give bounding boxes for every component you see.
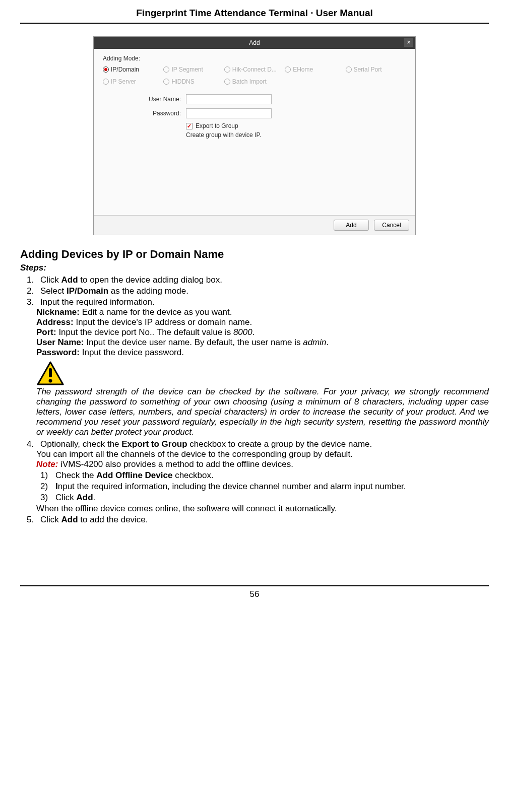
step4-last: When the offline device comes online, th… bbox=[36, 504, 489, 514]
nickname-line: Nickname: Edit a name for the device as … bbox=[36, 307, 489, 317]
num: 3) bbox=[40, 493, 55, 503]
dialog-footer: Add Cancel bbox=[94, 215, 415, 235]
bold: Add bbox=[77, 493, 93, 502]
export-to-group-checkbox[interactable]: ✓ Export to Group bbox=[186, 122, 406, 129]
text: . bbox=[252, 327, 255, 337]
text: to add the device. bbox=[78, 515, 148, 524]
dialog-screenshot: Add × Adding Mode: IP/Domain IP Segment bbox=[20, 36, 489, 235]
section-title: Adding Devices by IP or Domain Name bbox=[20, 248, 489, 261]
bold: Port: bbox=[36, 327, 56, 337]
substep-3: 3)Click Add. bbox=[40, 493, 489, 503]
username-input[interactable] bbox=[186, 94, 272, 104]
password-label: Password: bbox=[131, 110, 186, 117]
bold: IP/Domain bbox=[67, 286, 108, 296]
page-header: Fingerprint Time Attendance Terminal · U… bbox=[20, 0, 489, 24]
radio-label: Hik-Connect D... bbox=[232, 66, 277, 73]
radio-icon bbox=[103, 66, 109, 73]
step-1: Click Add to open the device adding dial… bbox=[36, 275, 489, 285]
adding-mode-radios: IP/Domain IP Segment Hik-Connect D... EH… bbox=[103, 66, 406, 85]
svg-point-2 bbox=[49, 379, 52, 383]
radio-icon bbox=[285, 66, 291, 73]
radio-icon bbox=[163, 66, 169, 73]
bold: User Name: bbox=[36, 337, 84, 347]
step-5: Click Add to add the device. bbox=[36, 515, 489, 525]
radio-icon bbox=[224, 66, 230, 73]
text: as the adding mode. bbox=[108, 286, 188, 296]
radio-icon bbox=[163, 79, 169, 85]
text: Click bbox=[55, 493, 77, 502]
radio-label: IP Server bbox=[111, 78, 136, 85]
text: Check the bbox=[55, 470, 96, 480]
num: 2) bbox=[40, 482, 55, 492]
text: Input the device port No.. The default v… bbox=[56, 327, 233, 337]
username-label: User Name: bbox=[131, 96, 186, 103]
port-line: Port: Input the device port No.. The def… bbox=[36, 327, 489, 337]
page-number: 56 bbox=[20, 585, 489, 599]
text: Click bbox=[40, 275, 61, 285]
radio-label: IP Segment bbox=[171, 66, 203, 73]
bold: Add bbox=[61, 515, 78, 524]
radio-ehome[interactable]: EHome bbox=[285, 66, 345, 73]
substep-1: 1)Check the Add Offline Device checkbox. bbox=[40, 470, 489, 481]
radio-label: Batch Import bbox=[232, 78, 267, 85]
substep-2: 2)Input the required information, includ… bbox=[40, 482, 489, 492]
radio-batch-import[interactable]: Batch Import bbox=[224, 78, 285, 85]
text: Click bbox=[40, 515, 61, 524]
add-button[interactable]: Add bbox=[334, 220, 369, 231]
dialog-titlebar: Add × bbox=[94, 37, 415, 49]
text: checkbox. bbox=[172, 470, 213, 480]
helper-text: Create group with device IP. bbox=[186, 131, 406, 139]
cancel-button[interactable]: Cancel bbox=[374, 220, 409, 231]
italic: admin bbox=[303, 337, 326, 347]
svg-rect-1 bbox=[49, 368, 52, 377]
step4-line2: You can import all the channels of the d… bbox=[36, 449, 489, 459]
radio-serial-port[interactable]: Serial Port bbox=[346, 66, 406, 73]
radio-label: Serial Port bbox=[354, 66, 382, 73]
text: nput the required information, including… bbox=[58, 482, 406, 491]
warning-text: The password strength of the device can … bbox=[36, 387, 489, 437]
adding-mode-label: Adding Mode: bbox=[103, 55, 406, 62]
radio-ip-segment[interactable]: IP Segment bbox=[163, 66, 224, 73]
radio-label: IP/Domain bbox=[111, 66, 139, 73]
password-line: Password: Input the device password. bbox=[36, 348, 489, 358]
radio-ip-server[interactable]: IP Server bbox=[103, 78, 163, 85]
num: 1) bbox=[40, 470, 55, 481]
sub-steps: 1)Check the Add Offline Device checkbox.… bbox=[40, 470, 489, 503]
radio-hik-connect[interactable]: Hik-Connect D... bbox=[224, 66, 285, 73]
italic: 8000 bbox=[233, 327, 252, 337]
radio-hiddns[interactable]: HiDDNS bbox=[163, 78, 224, 85]
bold: Export to Group bbox=[121, 439, 187, 449]
radio-ip-domain[interactable]: IP/Domain bbox=[103, 66, 163, 73]
text: Input the required information. bbox=[40, 297, 155, 307]
text: iVMS-4200 also provides a method to add … bbox=[58, 459, 293, 469]
step-4: Optionally, check the Export to Group ch… bbox=[36, 439, 489, 514]
radio-label: EHome bbox=[293, 66, 313, 73]
step-3: Input the required information. Nickname… bbox=[36, 297, 489, 437]
username-row: User Name: bbox=[103, 94, 406, 104]
note-line: Note: iVMS-4200 also provides a method t… bbox=[36, 459, 489, 469]
bold: Add Offline Device bbox=[96, 470, 172, 480]
text: Input the device's IP address or domain … bbox=[74, 317, 252, 327]
text: Input the device password. bbox=[80, 348, 184, 357]
radio-label: HiDDNS bbox=[171, 78, 194, 85]
bold: Nickname: bbox=[36, 307, 80, 317]
radio-icon bbox=[346, 66, 352, 73]
add-dialog: Add × Adding Mode: IP/Domain IP Segment bbox=[93, 36, 416, 235]
checkmark-icon: ✓ bbox=[186, 123, 193, 129]
text: Select bbox=[40, 286, 67, 296]
bold: Address: bbox=[36, 317, 74, 327]
text: Input the device user name. By default, … bbox=[84, 337, 303, 347]
bold: Add bbox=[61, 275, 78, 285]
warning-icon bbox=[36, 361, 489, 386]
step-2: Select IP/Domain as the adding mode. bbox=[36, 286, 489, 296]
text: . bbox=[93, 493, 96, 502]
password-input[interactable] bbox=[186, 108, 272, 118]
dialog-title: Add bbox=[249, 39, 260, 46]
radio-icon bbox=[103, 79, 109, 85]
username-line: User Name: Input the device user name. B… bbox=[36, 337, 489, 348]
export-label: Export to Group bbox=[196, 122, 238, 129]
close-icon[interactable]: × bbox=[404, 38, 413, 47]
bold: Password: bbox=[36, 348, 80, 357]
text: Optionally, check the bbox=[40, 439, 121, 449]
text: to open the device adding dialog box. bbox=[78, 275, 222, 285]
